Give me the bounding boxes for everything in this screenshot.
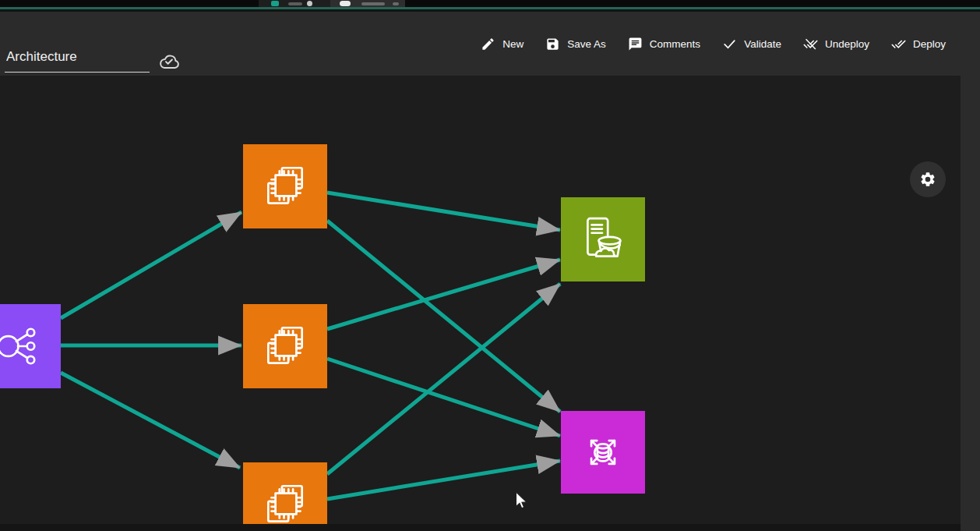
toolbar-button-label: Validate bbox=[744, 38, 781, 50]
double-check-slash-icon bbox=[803, 37, 818, 51]
node-compute-3[interactable] bbox=[243, 462, 327, 524]
storage-bucket-icon bbox=[577, 214, 629, 265]
toolbar-button-undeploy[interactable]: Undeploy bbox=[803, 37, 869, 51]
tab-close-fragment bbox=[393, 2, 399, 5]
edge-compute-3-to-database bbox=[327, 461, 560, 499]
edge-load-balancer-to-compute-3 bbox=[61, 373, 240, 468]
toolbar-button-label: Undeploy bbox=[825, 38, 869, 50]
load-balancer-icon bbox=[0, 320, 44, 372]
toolbar-button-deploy[interactable]: Deploy bbox=[891, 37, 946, 51]
database-scaling-icon bbox=[577, 427, 629, 478]
toolbar-button-label: Comments bbox=[650, 38, 700, 50]
gear-icon bbox=[919, 171, 936, 188]
edge-compute-3-to-storage bbox=[327, 284, 560, 474]
editor-toolbar: NewSave AsCommentsValidateUndeployDeploy bbox=[481, 12, 946, 76]
app-window: NewSave AsCommentsValidateUndeployDeploy bbox=[0, 0, 980, 531]
tab-favicon-teal bbox=[271, 1, 279, 6]
toolbar-button-comments[interactable]: Comments bbox=[628, 37, 700, 51]
save-icon bbox=[545, 37, 560, 51]
toolbar-button-save-as[interactable]: Save As bbox=[545, 37, 606, 51]
edge-compute-1-to-storage bbox=[327, 193, 560, 230]
node-storage[interactable] bbox=[561, 197, 645, 281]
diagram-canvas[interactable] bbox=[0, 76, 961, 524]
chip-icon bbox=[259, 479, 311, 524]
toolbar-button-validate[interactable]: Validate bbox=[722, 37, 781, 51]
toolbar-button-label: Save As bbox=[567, 38, 606, 50]
toolbar-button-label: New bbox=[502, 38, 523, 50]
check-icon bbox=[722, 37, 737, 51]
node-database[interactable] bbox=[561, 411, 645, 494]
double-check-icon bbox=[891, 37, 906, 51]
diagram-title-input[interactable] bbox=[5, 49, 150, 73]
node-compute-1[interactable] bbox=[243, 144, 327, 228]
chip-icon bbox=[259, 161, 311, 212]
browser-tab-fragment-2[interactable] bbox=[330, 0, 405, 7]
toolbar-button-label: Deploy bbox=[913, 38, 946, 50]
pencil-icon bbox=[481, 37, 495, 51]
node-compute-2[interactable] bbox=[243, 304, 327, 388]
edge-compute-2-to-database bbox=[327, 359, 560, 436]
browser-tab-fragment-1[interactable] bbox=[259, 0, 330, 7]
tab-favicon-circle bbox=[340, 1, 351, 6]
tab-favicon-dot bbox=[307, 1, 312, 6]
node-load-balancer[interactable] bbox=[0, 304, 61, 388]
editor-header: NewSave AsCommentsValidateUndeployDeploy bbox=[0, 12, 980, 76]
edge-compute-1-to-database bbox=[327, 221, 560, 412]
chip-icon bbox=[259, 320, 311, 372]
tab-title-fragment bbox=[288, 2, 302, 5]
edge-layer bbox=[0, 76, 961, 524]
edge-load-balancer-to-compute-1 bbox=[61, 212, 241, 318]
toolbar-button-new[interactable]: New bbox=[481, 37, 523, 51]
cloud-check-icon bbox=[157, 51, 181, 71]
comments-icon bbox=[628, 37, 643, 51]
browser-edge-strip bbox=[0, 0, 980, 7]
canvas-settings-button[interactable] bbox=[910, 161, 946, 197]
canvas-bottom-gutter bbox=[0, 524, 961, 531]
tab-title-fragment bbox=[361, 2, 385, 5]
canvas-right-gutter bbox=[961, 76, 980, 531]
